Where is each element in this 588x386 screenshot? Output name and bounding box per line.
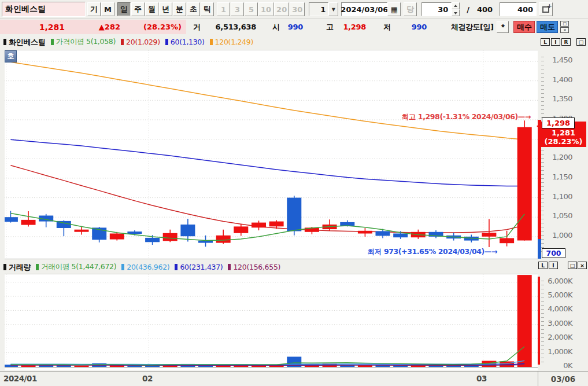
low-field-value: 990 <box>391 23 427 31</box>
settings-button[interactable]: * <box>497 21 509 33</box>
maximize-icon[interactable]: □ <box>560 21 569 27</box>
legend-item: 화인베스틸 <box>3 37 46 47</box>
stock-name-input[interactable] <box>2 2 86 17</box>
low-annotation: 최저 973(+31.65% 2024/03/04)—→ <box>368 247 497 257</box>
tool-i-button[interactable]: I <box>549 262 558 269</box>
date-axis-label: 03 <box>476 374 487 383</box>
volume-bar <box>127 366 142 367</box>
buy-button[interactable]: 매수 <box>513 21 535 33</box>
tick-option-20: 20 <box>274 2 289 16</box>
hoga-button[interactable]: 호 <box>5 50 17 63</box>
period-tab-year[interactable]: 년 <box>159 2 172 16</box>
candle-body <box>269 222 284 227</box>
calendar-icon: ▦ <box>391 5 398 14</box>
candle-body <box>234 226 248 233</box>
period-tab-day[interactable]: 일 <box>117 2 131 16</box>
spin-down-icon[interactable] <box>452 9 460 16</box>
volume-panel-window-controls: □ × <box>568 262 587 269</box>
volume-chart-svg[interactable] <box>5 274 538 370</box>
total-bars-input[interactable]: 400 <box>500 2 537 16</box>
price-axis-label: 1,000 <box>538 231 572 240</box>
volume-grid-layer <box>5 274 538 367</box>
volume-axis[interactable]: 6,000K5,000K4,000K3,000K2,000K1,000K0K <box>538 274 588 371</box>
tick-option-30: 30 <box>290 2 305 16</box>
panel-maximize-icon[interactable]: □ <box>576 38 586 46</box>
tool-r-button[interactable]: R <box>561 38 571 46</box>
total-bars-label: 400 <box>469 5 493 14</box>
volume-panel-tools: L I <box>538 262 558 269</box>
price-legend: 화인베스틸 가격이평 5(1,058) 20(1,029) 60(1,130) … <box>0 35 538 49</box>
period-tab-second[interactable]: 초 <box>187 2 200 16</box>
candle-body <box>482 233 496 237</box>
interval-value[interactable]: 1 <box>309 2 328 16</box>
candle-body <box>500 238 514 244</box>
tick-option-5: 5 <box>245 2 258 16</box>
price-axis-label: 1,100 <box>538 192 572 201</box>
m-button[interactable]: M <box>101 2 114 16</box>
calendar-button[interactable]: ▦ <box>387 2 401 16</box>
new-chart-button[interactable] <box>539 2 553 16</box>
legend-item: 거래량 <box>3 262 31 273</box>
volume-axis-label: 6,000K <box>538 277 572 285</box>
visible-bars-spinner[interactable]: 30 <box>421 2 460 16</box>
last-date-label: 03/06 <box>538 372 588 386</box>
spinner-buttons <box>452 2 460 16</box>
volume-axis-label: 1,000K <box>538 347 572 356</box>
high-field-label: 고 <box>326 22 334 32</box>
sell-button[interactable]: 매도 <box>537 21 558 33</box>
series-label: 60(231,437) <box>180 263 223 271</box>
price-axis[interactable]: 1,281 (28.23%) 1,298 700 1,4501,4001,350… <box>538 50 588 260</box>
chevron-down-icon[interactable]: ▼ <box>328 2 338 16</box>
volume-ma-layer <box>10 347 524 366</box>
dang-button: 당 <box>404 2 417 16</box>
close-icon[interactable]: × <box>560 27 569 33</box>
price-panel-tools: L I R <box>541 38 571 46</box>
candle-body <box>127 231 142 234</box>
legend-item: 20(1,029) <box>121 38 160 46</box>
period-tab-tick[interactable]: 틱 <box>201 2 214 16</box>
visible-bars-value[interactable]: 30 <box>421 2 452 16</box>
candle-body <box>75 230 89 232</box>
volume-axis-label: 2,000K <box>538 333 572 341</box>
candle-body <box>252 223 266 228</box>
legend-item: 20(436,962) <box>121 263 169 271</box>
interval-combo[interactable]: 1 ▼ <box>309 2 338 16</box>
spin-up-icon[interactable] <box>452 2 460 9</box>
period-tab-minute[interactable]: 분 <box>173 2 186 16</box>
volume-field-label: 거 <box>193 22 201 32</box>
current-price-box-value: 1,281 <box>541 128 586 137</box>
date-field[interactable]: 2024/03/06 <box>341 2 387 16</box>
series-label: 120(1,249) <box>215 38 253 46</box>
volume-bar <box>517 275 532 367</box>
price-change: ▲282 <box>65 23 120 31</box>
maximize-icon[interactable]: □ <box>568 262 577 269</box>
gear-icon: * <box>501 22 505 32</box>
toolbar: 기 M 일 주 월 년 분 초 틱 1 3 5 10 20 30 1 ▼ 202… <box>0 0 588 19</box>
price-axis-label: 1,150 <box>538 172 572 181</box>
candles-layer <box>5 120 532 247</box>
price-axis-label: 1,450 <box>538 56 572 64</box>
series-label: 거래이평 5(1,447,672) <box>41 262 116 272</box>
tool-l-button[interactable]: L <box>541 38 550 46</box>
date-axis-label: 02 <box>142 374 153 383</box>
period-tab-week[interactable]: 주 <box>131 2 145 16</box>
gi-button[interactable]: 기 <box>87 2 101 16</box>
stock-chart-window: 기 M 일 주 월 년 분 초 틱 1 3 5 10 20 30 1 ▼ 202… <box>0 0 588 386</box>
period-tab-month[interactable]: 월 <box>145 2 158 16</box>
legend-item: 120(156,655) <box>228 263 280 271</box>
volume-chart-panel[interactable] <box>5 274 538 370</box>
tool-l-button[interactable]: L <box>538 262 548 269</box>
price-chart-svg[interactable] <box>5 50 538 259</box>
close-icon[interactable]: × <box>578 262 587 269</box>
tick-option-10: 10 <box>258 2 273 16</box>
candle-body <box>393 234 408 238</box>
legend-item: 60(231,437) <box>175 263 223 271</box>
series-label: 20(1,029) <box>126 38 160 46</box>
tool-i-button[interactable]: I <box>551 38 560 46</box>
open-field-value: 990 <box>280 23 303 31</box>
volume-bars-layer <box>5 275 532 367</box>
candle-body <box>376 231 390 236</box>
price-axis-label: 1,050 <box>538 211 572 220</box>
price-chart-panel[interactable] <box>5 50 538 259</box>
volume-axis-label: 3,000K <box>538 319 572 328</box>
